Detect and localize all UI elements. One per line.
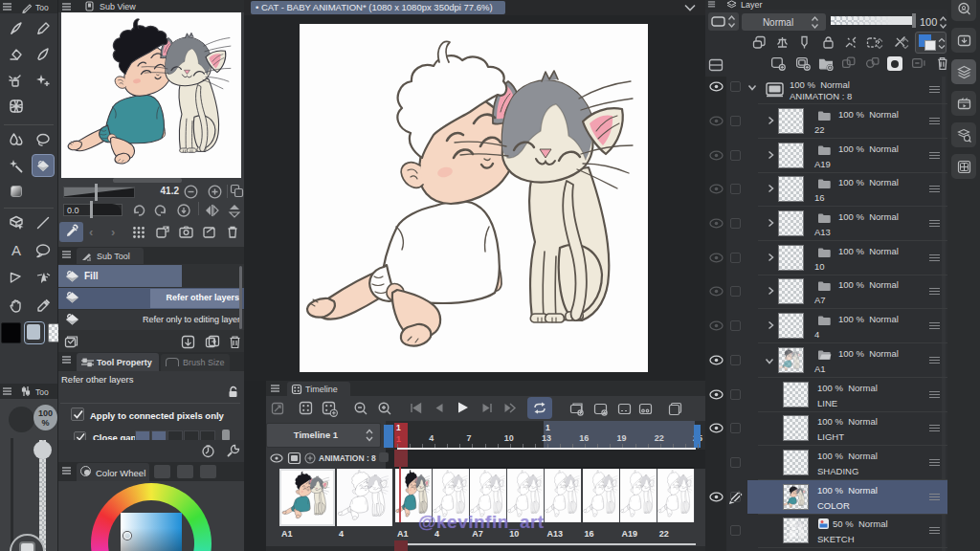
svg-text:A: A [11, 242, 21, 258]
